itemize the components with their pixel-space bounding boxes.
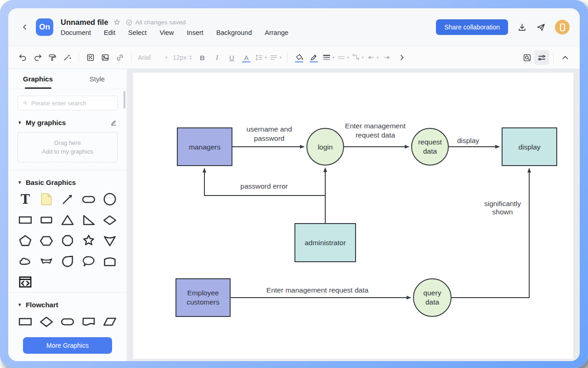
italic-button[interactable]: I xyxy=(209,50,224,65)
shape-right-triangle-icon[interactable] xyxy=(79,212,98,228)
shape-arrow-icon[interactable] xyxy=(58,191,77,207)
shape-process-icon[interactable] xyxy=(16,313,34,330)
title-menu-block: Unnamed file All changes saved Document … xyxy=(61,18,288,36)
menu-arrange[interactable]: Arrange xyxy=(265,29,288,36)
shape-code-block-icon[interactable] xyxy=(16,274,34,290)
shape-rectangle-icon[interactable] xyxy=(16,212,34,228)
edge-label-display: display xyxy=(457,137,479,144)
app-logo[interactable]: On xyxy=(36,18,53,36)
underline-button[interactable]: U xyxy=(224,50,239,65)
undo-button[interactable] xyxy=(16,50,30,65)
menu-edit[interactable]: Edit xyxy=(104,29,115,36)
collapse-caret-icon[interactable]: ▼ xyxy=(17,120,22,125)
dash-style-icon xyxy=(337,53,346,62)
shape-teardrop-icon[interactable] xyxy=(58,253,77,270)
bold-button[interactable]: B xyxy=(195,50,209,65)
toolbar-expand-button[interactable] xyxy=(395,50,409,65)
transparency-button[interactable] xyxy=(83,50,98,65)
line-weight-icon xyxy=(322,53,331,62)
line-style-button[interactable]: ▼ xyxy=(336,50,351,65)
arrow-end-button[interactable] xyxy=(380,50,395,65)
find-in-document-button[interactable] xyxy=(520,50,534,65)
font-size-select[interactable]: 12px ▲▼ xyxy=(170,54,195,61)
my-graphics-dropzone[interactable]: Drag here Add to my graphics xyxy=(17,132,118,162)
share-collaboration-button[interactable]: Share collaboration xyxy=(436,19,508,35)
node-query-data[interactable] xyxy=(413,279,451,316)
font-family-select[interactable]: Arial▼ xyxy=(136,54,170,61)
shape-stadium-icon[interactable] xyxy=(79,191,98,207)
edge-querydata-display[interactable] xyxy=(451,168,529,298)
edit-my-graphics-icon[interactable] xyxy=(110,119,118,126)
paint-roller-icon xyxy=(48,53,57,62)
checkerboard-icon xyxy=(86,53,95,62)
magic-wand-button[interactable] xyxy=(60,50,74,65)
text-align-button[interactable]: ▼ xyxy=(268,50,283,65)
shape-diamond-icon[interactable] xyxy=(101,212,119,228)
shape-text-icon[interactable]: T xyxy=(16,191,34,207)
shape-document-icon[interactable] xyxy=(79,313,98,330)
fill-color-button[interactable] xyxy=(292,50,306,65)
arrow-start-button[interactable]: ▼ xyxy=(365,50,380,65)
insert-image-button[interactable] xyxy=(98,50,113,65)
collapse-caret-icon[interactable]: ▼ xyxy=(17,180,22,185)
line-weight-button[interactable]: ▼ xyxy=(321,50,336,65)
graphics-sidebar: Graphics Style ▼ My graphics Drag here A… xyxy=(8,69,127,361)
undo-icon xyxy=(18,53,28,62)
font-size-stepper[interactable]: ▲▼ xyxy=(189,55,192,60)
insert-link-button[interactable] xyxy=(113,50,127,65)
shape-triangle-icon[interactable] xyxy=(58,212,77,228)
shape-star-icon[interactable] xyxy=(79,232,98,249)
redo-button[interactable] xyxy=(30,50,45,65)
shape-search[interactable] xyxy=(17,96,118,110)
node-employee-customers[interactable] xyxy=(176,279,230,316)
favorite-star-icon[interactable] xyxy=(113,18,121,26)
arrow-left-icon xyxy=(366,53,375,62)
shape-decision-icon[interactable] xyxy=(37,313,56,330)
shape-circle-icon[interactable] xyxy=(101,191,119,207)
check-circle-icon xyxy=(125,19,133,26)
user-avatar[interactable] xyxy=(555,20,570,34)
canvas-area: managers login requestdata display admin… xyxy=(127,69,580,361)
menu-insert[interactable]: Insert xyxy=(187,29,204,36)
back-button[interactable] xyxy=(18,21,31,34)
tab-style[interactable]: Style xyxy=(68,69,127,89)
redo-icon xyxy=(33,53,42,62)
shape-cloud-icon[interactable] xyxy=(16,253,34,270)
shape-hexagon-icon[interactable] xyxy=(37,232,56,249)
search-input[interactable] xyxy=(31,100,113,107)
basic-graphics-grid: T xyxy=(15,191,120,290)
more-graphics-button[interactable]: More Graphics xyxy=(23,337,112,354)
shape-cone-icon[interactable] xyxy=(101,232,119,249)
shape-arch-rectangle-icon[interactable] xyxy=(101,253,119,270)
collapse-toolbar-button[interactable] xyxy=(558,50,572,65)
paint-bucket-icon xyxy=(294,53,304,62)
shape-sticky-note-icon[interactable] xyxy=(37,191,56,207)
menu-view[interactable]: View xyxy=(159,29,174,36)
shape-speech-bubble-icon[interactable] xyxy=(79,253,98,270)
shape-pentagon-icon[interactable] xyxy=(16,232,34,249)
connector-icon xyxy=(351,53,361,62)
sidebar-scrollbar[interactable] xyxy=(124,91,125,109)
line-spacing-button[interactable]: ▼ xyxy=(254,50,268,65)
document-title[interactable]: Unnamed file xyxy=(61,18,108,27)
menu-background[interactable]: Background xyxy=(216,29,252,36)
border-color-button[interactable] xyxy=(306,50,321,65)
drawing-canvas[interactable]: managers login requestdata display admin… xyxy=(133,73,573,359)
menu-document[interactable]: Document xyxy=(61,29,91,36)
shape-rectangle2-icon[interactable] xyxy=(37,212,56,228)
edge-label-password-error: password error xyxy=(240,182,288,190)
connector-style-button[interactable]: ▼ xyxy=(351,50,365,65)
format-painter-button[interactable] xyxy=(45,50,60,65)
node-request-data[interactable] xyxy=(412,128,448,165)
tab-graphics[interactable]: Graphics xyxy=(8,69,68,89)
font-color-button[interactable]: A xyxy=(239,50,254,65)
shape-parallelogram-icon[interactable] xyxy=(101,313,119,330)
shape-arc-band-icon[interactable] xyxy=(37,253,56,270)
download-icon[interactable] xyxy=(517,23,527,32)
shape-terminator-icon[interactable] xyxy=(58,313,77,330)
menu-select[interactable]: Select xyxy=(128,29,147,36)
shape-octagon-icon[interactable] xyxy=(58,232,77,249)
send-icon[interactable] xyxy=(536,23,546,32)
settings-panel-button[interactable] xyxy=(534,50,549,65)
collapse-caret-icon[interactable]: ▼ xyxy=(17,302,22,307)
